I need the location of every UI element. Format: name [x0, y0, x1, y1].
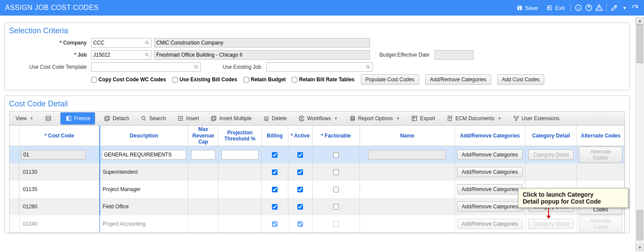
- col-factorable[interactable]: * Factorable: [313, 126, 360, 146]
- populate-button[interactable]: Populate Cost Codes: [361, 74, 419, 85]
- col-alternate-codes[interactable]: Alternate Codes: [577, 126, 625, 146]
- active-checkbox[interactable]: [297, 187, 303, 192]
- use-existing-bill-checkbox[interactable]: [172, 77, 178, 83]
- workflows-button[interactable]: Workflows ▼: [296, 114, 341, 123]
- billing-checkbox[interactable]: [272, 221, 278, 227]
- cell-active[interactable]: [288, 146, 313, 163]
- col-max-rev[interactable]: Max Revenue Cap: [188, 126, 218, 146]
- col-billing[interactable]: Billing: [262, 126, 288, 146]
- insert-multiple-button[interactable]: Insert Multiple: [208, 114, 254, 123]
- addremove-row-button[interactable]: Add/Remove Categories: [457, 167, 523, 177]
- cell-active[interactable]: [288, 181, 313, 198]
- col-proj-thresh[interactable]: Projection Threshold %: [218, 126, 262, 146]
- cell-billing[interactable]: [262, 163, 288, 181]
- billing-checkbox[interactable]: [272, 187, 278, 192]
- proj-thresh-input[interactable]: [221, 150, 259, 159]
- table-row[interactable]: 01130SuperintendentAdd/Remove Categories: [9, 163, 625, 181]
- user-extensions-button[interactable]: User Extensions: [510, 114, 562, 123]
- cell-description[interactable]: Superintendent: [100, 163, 189, 181]
- use-template-lookup-icon[interactable]: [193, 64, 200, 70]
- cell-billing[interactable]: [262, 146, 288, 163]
- save-button[interactable]: Save: [513, 3, 541, 13]
- cell-active[interactable]: [288, 163, 313, 181]
- use-template-input[interactable]: [92, 64, 193, 70]
- factorable-checkbox[interactable]: [333, 204, 339, 210]
- help-icon[interactable]: [585, 4, 593, 12]
- addremove-row-button[interactable]: Add/Remove Categories: [457, 184, 523, 195]
- cell-description[interactable]: Project Accounting: [100, 215, 189, 233]
- cell-name[interactable]: [360, 215, 455, 233]
- active-checkbox[interactable]: [297, 169, 303, 175]
- cell-factorable[interactable]: [313, 198, 360, 215]
- col-active[interactable]: * Active: [288, 126, 313, 146]
- cell-factorable[interactable]: [313, 181, 360, 198]
- cell-billing[interactable]: [262, 181, 288, 198]
- cell-proj-thresh[interactable]: [218, 146, 262, 163]
- company-lookup-icon[interactable]: [144, 40, 151, 45]
- table-row[interactable]: Add/Remove CategoriesCategory DetailAlte…: [9, 146, 625, 163]
- addremove-row-button[interactable]: Add/Remove Categories: [457, 219, 523, 229]
- col-name[interactable]: Name: [360, 126, 455, 146]
- info-icon[interactable]: [575, 4, 582, 12]
- job-input[interactable]: [92, 52, 144, 58]
- col-category-detail[interactable]: Category Detail: [525, 126, 577, 146]
- copy-wc-checkbox-wrap[interactable]: Copy Cost Code WC Codes: [91, 77, 166, 83]
- factorable-checkbox[interactable]: [333, 221, 339, 227]
- cell-proj-thresh[interactable]: [218, 198, 262, 215]
- cell-active[interactable]: [288, 198, 313, 215]
- scroll-thumb-2[interactable]: [637, 210, 643, 240]
- billing-checkbox[interactable]: [272, 204, 278, 210]
- edit-toolbar-button[interactable]: [42, 114, 54, 123]
- cell-description[interactable]: Field Office: [100, 198, 189, 215]
- delete-button[interactable]: Delete: [260, 114, 290, 123]
- billing-checkbox[interactable]: [272, 169, 278, 175]
- cell-description[interactable]: Project Manager: [100, 181, 189, 198]
- use-existing-input[interactable]: [267, 64, 364, 70]
- row-handle[interactable]: [9, 181, 19, 198]
- view-menu[interactable]: View ▼: [13, 114, 36, 123]
- col-addremove[interactable]: Add/Remove Categories: [455, 126, 526, 146]
- cell-factorable[interactable]: [313, 163, 360, 181]
- exit-button[interactable]: Exit: [543, 3, 567, 13]
- vertical-scrollbar[interactable]: ▲ ▼: [635, 17, 644, 251]
- cell-cost-code[interactable]: 01340: [19, 215, 100, 233]
- retain-budget-checkbox-wrap[interactable]: Retain Budget: [243, 77, 286, 83]
- row-handle[interactable]: [9, 215, 19, 233]
- col-description[interactable]: Description: [100, 126, 189, 146]
- export-button[interactable]: Export: [408, 114, 438, 123]
- factorable-checkbox[interactable]: [333, 152, 339, 158]
- addremove-row-button[interactable]: Add/Remove Categories: [457, 150, 523, 160]
- row-handle[interactable]: [9, 146, 19, 163]
- cell-description[interactable]: [100, 146, 189, 163]
- cell-name[interactable]: [360, 181, 455, 198]
- alert-icon[interactable]: [595, 4, 603, 12]
- active-checkbox[interactable]: [297, 152, 303, 158]
- cell-name[interactable]: [360, 146, 455, 163]
- copy-wc-checkbox[interactable]: [91, 77, 97, 83]
- name-input[interactable]: [368, 150, 446, 159]
- cell-proj-thresh[interactable]: [218, 163, 262, 181]
- job-lookup-icon[interactable]: [144, 52, 151, 57]
- ecm-documents-button[interactable]: ECM Documents ▼: [444, 114, 504, 123]
- search-button[interactable]: Search: [138, 114, 168, 123]
- report-options-button[interactable]: Report Options ▼: [347, 114, 403, 123]
- retain-bill-rate-checkbox-wrap[interactable]: Retain Bill Rate Tables: [292, 77, 354, 83]
- refresh-icon[interactable]: [631, 4, 639, 12]
- cell-billing[interactable]: [262, 215, 288, 233]
- cell-name[interactable]: [360, 163, 455, 181]
- billing-checkbox[interactable]: [272, 152, 278, 158]
- cost-code-input[interactable]: [21, 150, 86, 159]
- cell-proj-thresh[interactable]: [218, 181, 262, 198]
- use-existing-lookup-icon[interactable]: [364, 64, 372, 70]
- budget-date-input[interactable]: [435, 52, 473, 58]
- insert-button[interactable]: Insert: [174, 114, 202, 123]
- cell-max-rev[interactable]: [188, 181, 218, 198]
- cell-max-rev[interactable]: [188, 163, 218, 181]
- cell-cost-code[interactable]: 01135: [19, 181, 100, 198]
- factorable-checkbox[interactable]: [333, 187, 339, 192]
- retain-bill-rate-checkbox[interactable]: [292, 77, 297, 83]
- cell-name[interactable]: [360, 198, 455, 215]
- use-existing-bill-checkbox-wrap[interactable]: Use Existing Bill Codes: [172, 77, 237, 83]
- dropdown-icon[interactable]: ▼: [621, 4, 628, 12]
- cell-billing[interactable]: [262, 198, 288, 215]
